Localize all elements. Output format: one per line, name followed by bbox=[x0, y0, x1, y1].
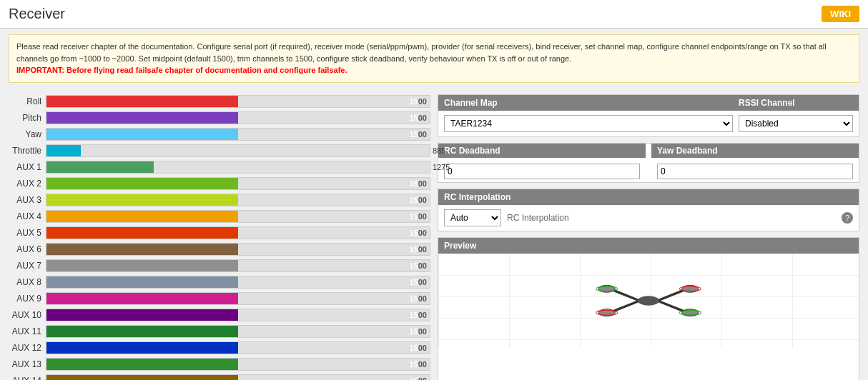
bar-fill bbox=[46, 276, 238, 288]
channel-row: AUX 31500 bbox=[9, 193, 430, 207]
bar-container: 1500 bbox=[46, 95, 430, 108]
interpolation-select[interactable]: AutoNoneDefaultManual bbox=[444, 209, 501, 226]
preview-section: Preview bbox=[438, 237, 859, 381]
preview-body bbox=[438, 254, 859, 348]
bar-container: 1500 bbox=[46, 111, 430, 124]
drone-image bbox=[443, 258, 854, 344]
channel-row: AUX 101500 bbox=[9, 308, 430, 322]
channel-label: AUX 5 bbox=[9, 228, 46, 238]
channel-row: AUX 81500 bbox=[9, 275, 430, 289]
channel-row: AUX 21500 bbox=[9, 176, 430, 191]
bar-value: 885 bbox=[433, 146, 445, 155]
bar-fill bbox=[46, 161, 154, 173]
channel-label: AUX 11 bbox=[9, 326, 46, 336]
interpolation-description: RC Interpolation bbox=[507, 213, 836, 223]
channel-label: AUX 2 bbox=[9, 179, 46, 189]
channel-label: AUX 1 bbox=[9, 162, 46, 172]
bar-value: 1500 bbox=[410, 326, 430, 337]
channel-row: Yaw1500 bbox=[9, 127, 430, 141]
bar-container: 1500 bbox=[46, 309, 430, 321]
channel-row: Roll1500 bbox=[9, 94, 430, 109]
settings-panel: Channel Map RSSI Channel TAER1234 Disabl… bbox=[438, 94, 859, 381]
channel-label: AUX 13 bbox=[9, 359, 46, 369]
bar-value: 1500 bbox=[410, 178, 430, 189]
svg-point-4 bbox=[638, 296, 659, 305]
important-text: IMPORTANT: Before flying read failsafe c… bbox=[16, 66, 347, 74]
channel-row: AUX 91500 bbox=[9, 291, 430, 306]
bar-container: 1500 bbox=[46, 194, 430, 206]
bar-container: 1500 bbox=[46, 210, 430, 223]
bar-fill bbox=[46, 96, 238, 107]
bar-container: 1500 bbox=[46, 177, 430, 190]
bar-fill bbox=[46, 112, 238, 124]
info-box: Please read receiver chapter of the docu… bbox=[9, 34, 859, 83]
channel-label: AUX 7 bbox=[9, 261, 46, 271]
help-icon[interactable]: ? bbox=[842, 212, 853, 224]
channel-label: AUX 10 bbox=[9, 310, 46, 320]
bar-fill bbox=[46, 359, 238, 370]
channel-row: AUX 61500 bbox=[9, 242, 430, 256]
bar-fill bbox=[46, 244, 238, 255]
bar-container: 1275 bbox=[46, 161, 430, 174]
channel-map-select[interactable]: TAER1234 bbox=[444, 115, 733, 132]
bar-fill bbox=[46, 375, 238, 381]
page-header: Receiver WIKI bbox=[0, 0, 868, 29]
rssi-channel-select[interactable]: DisabledAUX 1AUX 2AUX 3AUX 4AUX 5AUX 6AU… bbox=[739, 115, 853, 132]
channel-row: Pitch1500 bbox=[9, 111, 430, 125]
bar-fill bbox=[46, 227, 238, 239]
deadband-section: RC Deadband Yaw Deadband bbox=[438, 143, 859, 183]
rssi-channel-label: RSSI Channel bbox=[739, 98, 853, 108]
bar-value: 1500 bbox=[410, 244, 430, 255]
bar-value: 1500 bbox=[410, 227, 430, 239]
bar-fill bbox=[46, 178, 238, 189]
bar-value: 1500 bbox=[410, 194, 430, 206]
bar-value: 1500 bbox=[410, 276, 430, 288]
channel-row: AUX 131500 bbox=[9, 357, 430, 371]
channel-label: AUX 8 bbox=[9, 277, 46, 287]
bar-fill bbox=[46, 342, 238, 354]
channel-label: AUX 4 bbox=[9, 211, 46, 221]
channel-label: AUX 3 bbox=[9, 195, 46, 205]
channel-row: AUX 51500 bbox=[9, 226, 430, 240]
bar-value: 1500 bbox=[410, 112, 430, 124]
bar-value: 1500 bbox=[410, 359, 430, 370]
bar-value: 1500 bbox=[410, 260, 430, 271]
channel-label: AUX 9 bbox=[9, 294, 46, 304]
channel-row: AUX 141500 bbox=[9, 374, 430, 381]
rc-deadband-input[interactable] bbox=[444, 164, 640, 179]
rc-deadband-label: RC Deadband bbox=[438, 144, 646, 158]
bar-value: 1500 bbox=[410, 309, 430, 321]
bar-value: 1500 bbox=[410, 129, 430, 140]
bar-value: 1500 bbox=[410, 342, 430, 354]
interpolation-section: RC Interpolation AutoNoneDefaultManual R… bbox=[438, 189, 859, 231]
bar-container: 1500 bbox=[46, 276, 430, 289]
bar-fill bbox=[46, 309, 238, 321]
bar-fill bbox=[46, 145, 81, 156]
bar-container: 1500 bbox=[46, 243, 430, 256]
yaw-deadband-input[interactable] bbox=[657, 164, 853, 179]
page-title: Receiver bbox=[9, 6, 65, 22]
bar-container: 1500 bbox=[46, 325, 430, 338]
channel-label: Roll bbox=[9, 96, 46, 106]
bar-fill bbox=[46, 260, 238, 271]
channel-row: AUX 41500 bbox=[9, 209, 430, 224]
bar-value: 1500 bbox=[410, 375, 430, 381]
bar-container: 1500 bbox=[46, 358, 430, 371]
bar-fill bbox=[46, 129, 238, 140]
bar-container: 1500 bbox=[46, 292, 430, 305]
channel-row: AUX 11275 bbox=[9, 160, 430, 174]
bar-value: 1275 bbox=[433, 163, 450, 171]
wiki-button[interactable]: WIKI bbox=[822, 6, 859, 22]
bar-container: 885 bbox=[46, 144, 430, 157]
bar-fill bbox=[46, 211, 238, 222]
bar-value: 1500 bbox=[410, 211, 430, 222]
main-content: Roll1500Pitch1500Yaw1500Throttle885AUX 1… bbox=[0, 89, 868, 381]
channel-label: Yaw bbox=[9, 129, 46, 139]
channel-row: AUX 121500 bbox=[9, 341, 430, 355]
channel-row: AUX 111500 bbox=[9, 324, 430, 339]
channel-label: AUX 14 bbox=[9, 376, 46, 381]
channel-label: Pitch bbox=[9, 113, 46, 123]
bar-fill bbox=[46, 194, 238, 206]
channel-label: AUX 6 bbox=[9, 244, 46, 254]
channel-label: AUX 12 bbox=[9, 343, 46, 353]
